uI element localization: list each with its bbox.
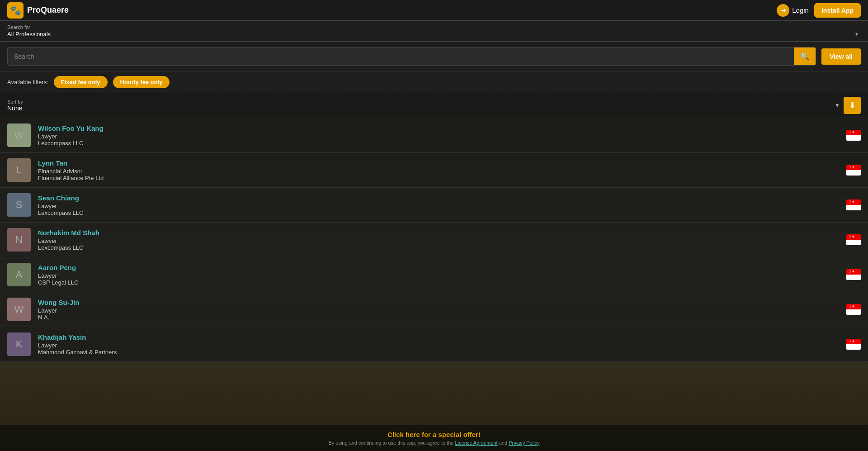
sort-dropdown-icon[interactable]: ▼ [835, 102, 840, 109]
singapore-flag-icon: ☽ ✦ [846, 304, 861, 315]
prof-info: Norhakim Md ShahLawyerLexcompass LLC [38, 229, 839, 251]
privacy-policy-link[interactable]: Privacy Policy [509, 440, 539, 446]
filters-label: Available filters: [7, 79, 48, 85]
logo: 🐾 ProQuaere [7, 2, 69, 19]
navbar-right: ➜ Login Install App [777, 3, 861, 18]
prof-info: Sean ChiangLawyerLexcompass LLC [38, 194, 839, 216]
prof-company: Lexcompass LLC [38, 244, 839, 251]
hourly-fee-filter-button[interactable]: Hourly fee only [113, 76, 170, 88]
prof-name: Sean Chiang [38, 194, 839, 202]
prof-company: CSP Legal LLC [38, 279, 839, 286]
prof-company: Mahmood Gaznavi & Partners [38, 349, 839, 356]
search-for-value[interactable]: All Professionals [7, 31, 861, 38]
prof-avatar: K [7, 332, 31, 356]
prof-info: Wilson Foo Yu KangLawyerLexcompass LLC [38, 124, 839, 147]
prof-company: Lexcompass LLC [38, 209, 839, 216]
sort-section: Sort by None ▼ ⬇ [0, 93, 868, 118]
prof-company: N.A. [38, 314, 839, 321]
prof-role: Financial Advisor [38, 168, 839, 175]
search-for-section[interactable]: Search for All Professionals [0, 21, 868, 42]
footer-terms: By using and continuing to use this app,… [7, 440, 861, 446]
prof-company: Financial Alliance Pte Ltd [38, 175, 839, 181]
prof-role: Lawyer [38, 133, 839, 140]
footer-and-text: and [498, 440, 509, 446]
prof-role: Lawyer [38, 203, 839, 209]
footer-bar: Click here for a special offer! By using… [0, 425, 868, 451]
login-button[interactable]: ➜ Login [777, 4, 809, 17]
prof-avatar: A [7, 263, 31, 286]
login-label: Login [792, 6, 809, 14]
prof-role: Lawyer [38, 237, 839, 244]
singapore-flag-icon: ☽ ✦ [846, 234, 861, 245]
prof-name: Aaron Peng [38, 264, 839, 271]
view-all-button[interactable]: View all [821, 48, 861, 65]
professional-item[interactable]: WWilson Foo Yu KangLawyerLexcompass LLC☽… [0, 118, 868, 153]
prof-role: Lawyer [38, 307, 839, 314]
professional-item[interactable]: NNorhakim Md ShahLawyerLexcompass LLC☽ ✦ [0, 223, 868, 257]
sort-select-wrapper[interactable]: Sort by None [7, 99, 829, 112]
sort-value: None [7, 104, 829, 112]
search-input[interactable] [8, 48, 794, 65]
prof-name: Norhakim Md Shah [38, 229, 839, 237]
professional-item[interactable]: SSean ChiangLawyerLexcompass LLC☽ ✦ [0, 188, 868, 223]
singapore-flag-icon: ☽ ✦ [846, 199, 861, 210]
licence-agreement-link[interactable]: Licence Agreement [455, 440, 497, 446]
sort-actions: ▼ ⬇ [835, 97, 861, 114]
singapore-flag-icon: ☽ ✦ [846, 165, 861, 176]
prof-company: Lexcompass LLC [38, 140, 839, 147]
install-app-button[interactable]: Install App [814, 3, 861, 18]
professional-item[interactable]: KKhadijah YasinLawyerMahmood Gaznavi & P… [0, 327, 868, 362]
prof-info: Lynn TanFinancial AdvisorFinancial Allia… [38, 159, 839, 181]
professional-item[interactable]: WWong Su-JinLawyerN.A.☽ ✦ [0, 292, 868, 327]
prof-name: Khadijah Yasin [38, 333, 839, 341]
prof-name: Lynn Tan [38, 159, 839, 167]
login-arrow-icon: ➜ [777, 4, 789, 17]
search-input-wrapper: 🔍 [7, 47, 816, 66]
professional-item[interactable]: LLynn TanFinancial AdvisorFinancial Alli… [0, 153, 868, 188]
prof-avatar: W [7, 298, 31, 321]
professionals-list: WWilson Foo Yu KangLawyerLexcompass LLC☽… [0, 118, 868, 362]
sort-label: Sort by [7, 99, 829, 104]
prof-avatar: W [7, 123, 31, 147]
sort-download-button[interactable]: ⬇ [844, 97, 861, 114]
search-bar-section: 🔍 View all [0, 42, 868, 71]
singapore-flag-icon: ☽ ✦ [846, 339, 861, 350]
prof-role: Lawyer [38, 272, 839, 279]
navbar: 🐾 ProQuaere ➜ Login Install App [0, 0, 868, 21]
footer-terms-text: By using and continuing to use this app,… [328, 440, 455, 446]
prof-name: Wong Su-Jin [38, 299, 839, 306]
prof-avatar: L [7, 158, 31, 182]
logo-icon: 🐾 [7, 2, 24, 19]
fixed-fee-filter-button[interactable]: Fixed fee only [54, 76, 108, 88]
footer-offer-link[interactable]: Click here for a special offer! [7, 431, 861, 438]
prof-role: Lawyer [38, 342, 839, 349]
prof-info: Khadijah YasinLawyerMahmood Gaznavi & Pa… [38, 333, 839, 356]
search-button[interactable]: 🔍 [794, 47, 816, 65]
prof-avatar: S [7, 193, 31, 217]
professional-item[interactable]: AAaron PengLawyerCSP Legal LLC☽ ✦ [0, 257, 868, 292]
prof-avatar: N [7, 228, 31, 252]
search-for-label: Search for [7, 24, 861, 30]
prof-info: Aaron PengLawyerCSP Legal LLC [38, 264, 839, 286]
singapore-flag-icon: ☽ ✦ [846, 130, 861, 141]
singapore-flag-icon: ☽ ✦ [846, 269, 861, 280]
logo-text: ProQuaere [27, 5, 69, 15]
prof-info: Wong Su-JinLawyerN.A. [38, 299, 839, 321]
filters-section: Available filters: Fixed fee only Hourly… [0, 71, 868, 93]
prof-name: Wilson Foo Yu Kang [38, 124, 839, 132]
